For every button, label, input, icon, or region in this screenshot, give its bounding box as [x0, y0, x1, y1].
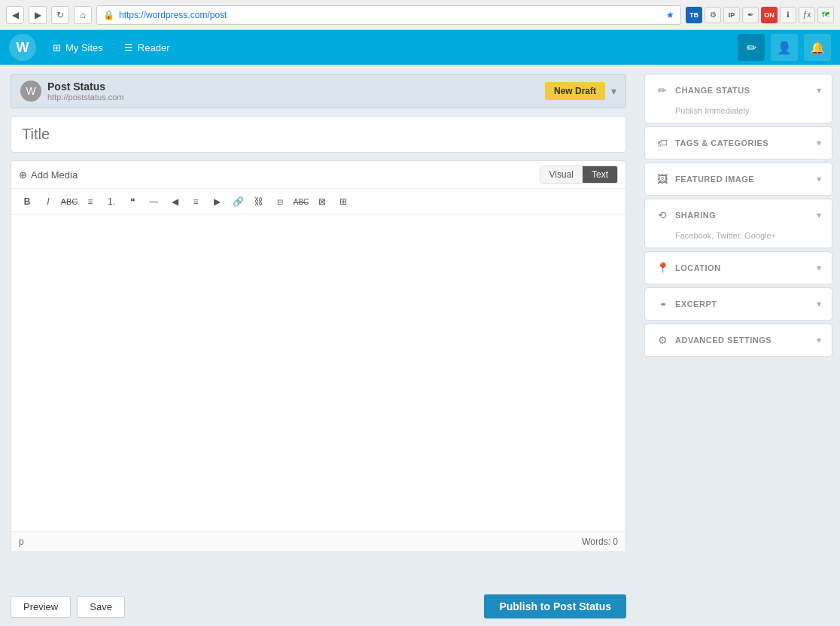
add-media-icon: ⊕	[19, 169, 27, 181]
insert-link-button[interactable]: 🔗	[228, 192, 248, 211]
change-status-left: ✏ CHANGE STATUS	[656, 84, 750, 97]
location-chevron-icon: ▾	[817, 263, 821, 273]
reader-nav[interactable]: ☰ Reader	[114, 30, 181, 65]
location-title: LOCATION	[675, 263, 721, 272]
editor-column: W Post Status http://poststatus.com New …	[0, 65, 637, 626]
editor-area: W Post Status http://poststatus.com New …	[0, 65, 637, 587]
site-info: W Post Status http://poststatus.com	[20, 81, 124, 102]
extension-map[interactable]: 🗺	[817, 7, 834, 23]
text-toggle-button[interactable]: Text	[583, 166, 617, 183]
strikethrough-button[interactable]: ABC	[59, 192, 79, 211]
align-center-button[interactable]: ≡	[186, 192, 205, 211]
publish-button[interactable]: Publish to Post Status	[484, 594, 626, 618]
horizontal-rule-button[interactable]: —	[144, 192, 163, 211]
sidebar-section-excerpt: ••• EXCERPT ▾	[644, 287, 832, 321]
change-status-chevron-icon: ▾	[817, 85, 821, 96]
change-status-subtitle: Publish Immediately	[645, 106, 832, 123]
extension-ip[interactable]: IP	[723, 7, 740, 23]
home-button[interactable]: ⌂	[74, 6, 92, 24]
extension-info[interactable]: ℹ	[780, 7, 796, 23]
wp-logo: W	[9, 34, 36, 61]
show-toolbar-button[interactable]: ⊞	[333, 192, 353, 211]
pencil-icon: ✏	[656, 84, 669, 97]
excerpt-icon: •••	[656, 297, 669, 311]
fullscreen-button[interactable]: ⊠	[312, 192, 332, 211]
align-right-button[interactable]: ▶	[207, 192, 227, 211]
editor-top-bar: ⊕ Add Media Visual Text	[11, 161, 625, 189]
edit-icon-btn[interactable]: ✏	[738, 34, 765, 61]
forward-button[interactable]: ▶	[29, 6, 47, 24]
save-button[interactable]: Save	[77, 596, 125, 618]
my-sites-nav[interactable]: ⊞ My Sites	[42, 30, 114, 65]
excerpt-header[interactable]: ••• EXCERPT ▾	[645, 288, 832, 320]
advanced-settings-chevron-icon: ▾	[817, 335, 821, 345]
featured-image-left: 🖼 FEATURED IMAGE	[656, 172, 754, 186]
image-icon: 🖼	[656, 172, 669, 186]
excerpt-chevron-icon: ▾	[817, 299, 821, 309]
italic-button[interactable]: I	[38, 192, 58, 211]
sidebar-section-tags-categories: 🏷 TAGS & CATEGORIES ▾	[644, 126, 832, 160]
site-details: Post Status http://poststatus.com	[47, 81, 124, 102]
change-status-title: CHANGE STATUS	[675, 86, 750, 95]
new-draft-button[interactable]: New Draft	[545, 82, 605, 100]
bold-button[interactable]: B	[17, 192, 37, 211]
featured-image-title: FEATURED IMAGE	[675, 175, 754, 184]
sidebar-section-advanced-settings: ⚙ ADVANCED SETTINGS ▾	[644, 324, 832, 357]
notifications-icon[interactable]: 🔔	[804, 34, 831, 61]
editor-tag: p	[19, 536, 24, 547]
editor-footer: p Words: 0	[11, 531, 625, 552]
insert-more-button[interactable]: ⊟	[270, 192, 290, 211]
extension-tb[interactable]: TB	[686, 7, 702, 23]
user-avatar[interactable]: 👤	[771, 34, 798, 61]
excerpt-left: ••• EXCERPT	[656, 297, 717, 311]
grid-icon: ⊞	[53, 42, 61, 53]
wp-admin-bar: W ⊞ My Sites ☰ Reader ✏ 👤 🔔	[0, 30, 840, 65]
ordered-list-button[interactable]: 1.	[102, 192, 121, 211]
tags-categories-title: TAGS & CATEGORIES	[675, 138, 768, 147]
extension-fx[interactable]: ƒx	[799, 7, 815, 23]
location-header[interactable]: 📍 LOCATION ▾	[645, 252, 832, 284]
gear-icon: ⚙	[656, 333, 669, 347]
sharing-header[interactable]: ⟲ SHARING ▾	[645, 199, 832, 231]
editor-body[interactable]	[11, 215, 625, 531]
preview-button[interactable]: Preview	[11, 596, 71, 618]
browser-chrome: ◀ ▶ ↻ ⌂ 🔒 https://wordpress.com/post ★ T…	[0, 0, 840, 30]
sidebar-section-change-status: ✏ CHANGE STATUS ▾ Publish Immediately	[644, 74, 832, 123]
title-input[interactable]	[11, 116, 626, 153]
sharing-subtitle: Facebook, Twitter, Google+	[645, 231, 832, 248]
sharing-icon: ⟲	[656, 208, 669, 222]
site-logo: W	[20, 81, 41, 102]
extension-on[interactable]: ON	[761, 7, 778, 23]
site-name: Post Status	[47, 81, 124, 93]
extension-pen[interactable]: ✒	[742, 7, 759, 23]
tags-categories-header[interactable]: 🏷 TAGS & CATEGORIES ▾	[645, 127, 832, 159]
change-status-header[interactable]: ✏ CHANGE STATUS ▾	[645, 74, 832, 106]
spellcheck-button[interactable]: ABC	[291, 192, 311, 211]
sidebar-section-sharing: ⟲ SHARING ▾ Facebook, Twitter, Google+	[644, 199, 832, 248]
align-left-button[interactable]: ◀	[165, 192, 184, 211]
bottom-action-bar: Preview Save Publish to Post Status	[0, 587, 637, 626]
site-chevron-icon[interactable]: ▾	[611, 85, 616, 97]
browser-extensions: TB ⚙ IP ✒ ON ℹ ƒx 🗺	[686, 7, 834, 23]
site-header-right: New Draft ▾	[545, 82, 616, 100]
remove-link-button[interactable]: ⛓	[249, 192, 269, 211]
blockquote-button[interactable]: ❝	[123, 192, 142, 211]
back-button[interactable]: ◀	[6, 6, 24, 24]
site-url: http://poststatus.com	[47, 93, 124, 102]
address-bar[interactable]: 🔒 https://wordpress.com/post ★	[96, 5, 681, 25]
visual-toggle-button[interactable]: Visual	[540, 166, 583, 183]
sharing-title: SHARING	[675, 211, 716, 220]
excerpt-title: EXCERPT	[675, 299, 717, 308]
sharing-left: ⟲ SHARING	[656, 208, 716, 222]
extension-settings[interactable]: ⚙	[705, 7, 721, 23]
refresh-button[interactable]: ↻	[51, 6, 69, 24]
visual-text-toggle: Visual Text	[540, 166, 618, 184]
add-media-button[interactable]: ⊕ Add Media	[19, 169, 78, 181]
featured-image-header[interactable]: 🖼 FEATURED IMAGE ▾	[645, 163, 832, 195]
location-left: 📍 LOCATION	[656, 261, 721, 275]
sharing-chevron-icon: ▾	[817, 210, 821, 220]
tags-categories-left: 🏷 TAGS & CATEGORIES	[656, 136, 768, 150]
advanced-settings-header[interactable]: ⚙ ADVANCED SETTINGS ▾	[645, 324, 832, 356]
unordered-list-button[interactable]: ≡	[81, 192, 100, 211]
word-count: Words: 0	[582, 536, 618, 547]
